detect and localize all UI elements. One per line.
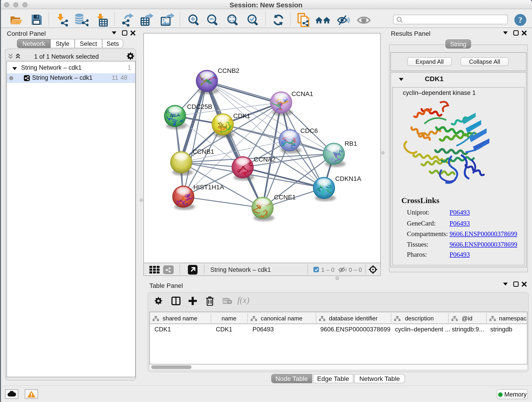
svg-text:CCNB1: CCNB1 (192, 148, 214, 155)
svg-text:?: ? (518, 16, 522, 25)
svg-text:CCNA2: CCNA2 (254, 156, 276, 163)
svg-text:RB1: RB1 (345, 140, 357, 147)
svg-text:CDK1: CDK1 (233, 112, 250, 119)
svg-text:CDC25B: CDC25B (187, 103, 212, 110)
svg-text:CDKN1A: CDKN1A (335, 175, 361, 182)
svg-text:CDC6: CDC6 (300, 127, 318, 134)
svg-text:HIST1H1A: HIST1H1A (193, 184, 224, 191)
svg-text:CCNE1: CCNE1 (274, 194, 296, 201)
svg-text:CCNB2: CCNB2 (218, 67, 239, 74)
svg-text:CCNA1: CCNA1 (291, 90, 313, 97)
